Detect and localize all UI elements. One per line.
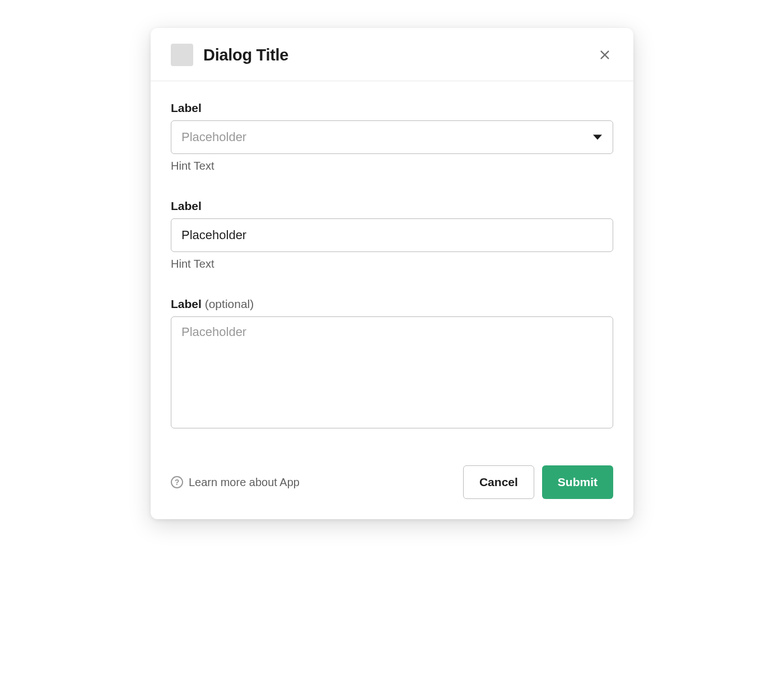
select-hint: Hint Text	[171, 160, 613, 172]
help-link[interactable]: ? Learn more about App	[171, 476, 300, 489]
dialog-title: Dialog Title	[203, 46, 596, 64]
close-icon	[599, 49, 611, 61]
text-label: Label	[171, 199, 613, 213]
textarea-label-text: Label	[171, 297, 202, 310]
form-field-text: Label Hint Text	[171, 199, 613, 270]
dialog-body: Label Placeholder Hint Text Label Hint T…	[151, 81, 633, 453]
textarea-label: Label (optional)	[171, 297, 613, 311]
cancel-button[interactable]: Cancel	[463, 465, 534, 499]
select-wrapper: Placeholder	[171, 120, 613, 154]
close-button[interactable]	[596, 46, 613, 63]
dialog-modal: Dialog Title Label Placeholder Hint Text…	[151, 28, 633, 519]
text-hint: Hint Text	[171, 258, 613, 270]
dialog-footer: ? Learn more about App Cancel Submit	[151, 453, 633, 519]
app-icon	[171, 44, 193, 66]
form-field-select: Label Placeholder Hint Text	[171, 101, 613, 172]
textarea-input[interactable]	[171, 316, 613, 428]
help-text: Learn more about App	[189, 476, 300, 489]
footer-actions: Cancel Submit	[463, 465, 613, 499]
textarea-optional-text: (optional)	[202, 297, 254, 310]
help-icon: ?	[171, 476, 183, 488]
text-input[interactable]	[171, 218, 613, 252]
form-field-textarea: Label (optional)	[171, 297, 613, 431]
submit-button[interactable]: Submit	[542, 465, 613, 499]
select-label: Label	[171, 101, 613, 115]
dialog-header: Dialog Title	[151, 28, 633, 81]
select-input[interactable]: Placeholder	[171, 120, 613, 154]
